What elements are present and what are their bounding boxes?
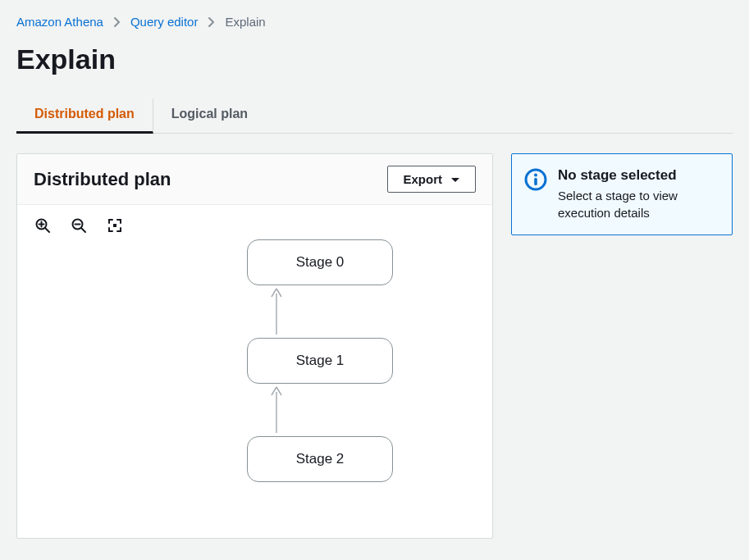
stage-node-0[interactable]: Stage 0: [247, 239, 393, 285]
page-title: Explain: [16, 43, 733, 75]
arrow-up-icon: [268, 287, 285, 339]
chevron-right-icon: [113, 16, 121, 28]
breadcrumb-link-athena[interactable]: Amazon Athena: [16, 15, 103, 29]
stage-node-1[interactable]: Stage 1: [247, 338, 393, 384]
stage-label: Stage 1: [296, 353, 345, 369]
panel-header: Distributed plan Export: [17, 154, 492, 205]
zoom-in-button[interactable]: [34, 216, 52, 234]
panel-heading: Distributed plan: [34, 169, 171, 190]
stage-node-2[interactable]: Stage 2: [247, 436, 393, 482]
info-icon: [523, 167, 548, 195]
svg-rect-7: [113, 224, 116, 227]
info-panel: No stage selected Select a stage to view…: [511, 153, 733, 235]
info-title: No stage selected: [558, 167, 719, 184]
fit-screen-button[interactable]: [106, 216, 124, 234]
zoom-out-button[interactable]: [70, 216, 88, 234]
breadcrumb-current: Explain: [225, 15, 265, 29]
plan-graph[interactable]: Stage 0 Stage 1 Stage 2: [17, 234, 492, 538]
tabs: Distributed plan Logical plan: [16, 98, 733, 134]
svg-point-11: [534, 174, 537, 177]
stage-label: Stage 0: [296, 254, 345, 271]
tab-distributed-plan[interactable]: Distributed plan: [16, 98, 153, 134]
export-button[interactable]: Export: [387, 166, 476, 193]
svg-rect-12: [534, 178, 537, 185]
export-button-label: Export: [403, 172, 442, 186]
breadcrumb: Amazon Athena Query editor Explain: [16, 15, 733, 29]
arrow-up-icon: [268, 385, 285, 438]
distributed-plan-panel: Distributed plan Export Stage 0: [16, 153, 493, 539]
caret-down-icon: [450, 172, 460, 186]
graph-toolbar: [17, 205, 492, 234]
info-text: No stage selected Select a stage to view…: [558, 167, 719, 221]
tab-logical-plan[interactable]: Logical plan: [153, 98, 266, 133]
stage-label: Stage 2: [296, 451, 345, 467]
chevron-right-icon: [208, 16, 215, 28]
svg-line-5: [81, 228, 85, 232]
breadcrumb-link-query-editor[interactable]: Query editor: [130, 15, 199, 29]
svg-line-1: [45, 228, 49, 232]
info-description: Select a stage to view execution details: [558, 187, 719, 221]
